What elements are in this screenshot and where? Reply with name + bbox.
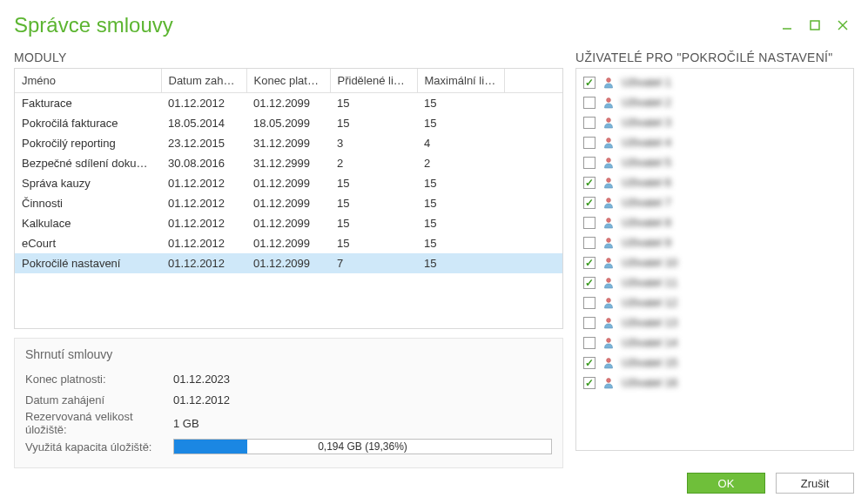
storage-progress: 0,194 GB (19,36%) [173, 439, 552, 454]
table-row[interactable]: eCourt01.12.201201.12.20991515 [15, 233, 562, 253]
user-name: Uživatel 7 [622, 196, 671, 209]
user-row[interactable]: Uživatel 7 [582, 192, 848, 212]
table-row[interactable]: Fakturace01.12.201201.12.20991515 [15, 93, 562, 114]
cancel-button[interactable]: Zrušit [776, 473, 854, 494]
user-name: Uživatel 6 [622, 176, 671, 189]
table-row[interactable]: Bezpečné sdílení dokumentů30.08.201631.1… [15, 153, 562, 173]
svg-point-18 [607, 358, 611, 362]
person-icon [602, 217, 615, 229]
user-checkbox[interactable] [583, 277, 595, 289]
cell-end: 01.12.2099 [246, 93, 330, 114]
user-checkbox[interactable] [583, 77, 595, 89]
user-row[interactable]: Uživatel 15 [582, 353, 848, 373]
col-assigned[interactable]: Přidělené licence [330, 69, 417, 93]
person-icon [602, 197, 615, 209]
user-row[interactable]: Uživatel 10 [582, 252, 848, 272]
table-row[interactable]: Činnosti01.12.201201.12.20991515 [15, 193, 562, 213]
cell-start: 01.12.2012 [161, 93, 246, 114]
cell-assigned: 15 [330, 193, 417, 213]
col-end[interactable]: Konec platnosti [246, 69, 330, 93]
table-row[interactable]: Pokročilé nastavení01.12.201201.12.20997… [15, 253, 562, 273]
user-checkbox[interactable] [583, 137, 595, 149]
user-name: Uživatel 10 [622, 256, 677, 269]
svg-rect-1 [811, 21, 819, 30]
user-checkbox[interactable] [583, 197, 595, 209]
cell-name: Pokročilá fakturace [15, 113, 161, 133]
summary-end-label: Konec platnosti: [25, 373, 173, 386]
user-row[interactable]: Uživatel 13 [582, 312, 848, 333]
cell-max: 4 [417, 133, 504, 153]
svg-point-8 [607, 158, 611, 162]
user-checkbox[interactable] [583, 377, 595, 389]
cell-name: Správa kauzy [15, 173, 161, 193]
window-controls [781, 19, 854, 31]
svg-point-17 [607, 338, 611, 342]
users-header: UŽIVATELÉ PRO "POKROČILÉ NASTAVENÍ" [575, 50, 854, 64]
col-start[interactable]: Datum zahájení [161, 69, 246, 93]
user-checkbox[interactable] [583, 357, 595, 369]
person-icon [602, 157, 615, 169]
col-name[interactable]: Jméno [15, 69, 161, 93]
person-icon [602, 277, 615, 289]
cell-assigned: 2 [330, 153, 417, 173]
user-name: Uživatel 11 [622, 276, 677, 289]
svg-point-19 [607, 378, 611, 382]
user-checkbox[interactable] [583, 157, 595, 169]
cell-name: Fakturace [15, 93, 161, 114]
cell-spacer [504, 193, 562, 213]
user-row[interactable]: Uživatel 4 [582, 132, 848, 152]
minimize-button[interactable] [781, 19, 793, 31]
col-max[interactable]: Maximální licence [417, 69, 504, 93]
ok-button[interactable]: OK [687, 473, 765, 494]
cell-max: 15 [417, 213, 504, 233]
cell-start: 01.12.2012 [161, 233, 246, 253]
table-row[interactable]: Pokročilá fakturace18.05.201418.05.20991… [15, 113, 562, 133]
user-row[interactable]: Uživatel 3 [582, 112, 848, 132]
user-row[interactable]: Uživatel 11 [582, 272, 848, 292]
cell-start: 01.12.2012 [161, 173, 246, 193]
table-row[interactable]: Kalkulace01.12.201201.12.20991515 [15, 213, 562, 233]
user-row[interactable]: Uživatel 5 [582, 152, 848, 172]
cell-name: Pokročilé nastavení [15, 253, 161, 273]
table-row[interactable]: Správa kauzy01.12.201201.12.20991515 [15, 173, 562, 193]
user-checkbox[interactable] [583, 317, 595, 329]
user-row[interactable]: Uživatel 9 [582, 232, 848, 252]
user-checkbox[interactable] [583, 217, 595, 229]
users-panel: Uživatel 1Uživatel 2Uživatel 3Uživatel 4… [575, 68, 854, 451]
summary-reserved-value: 1 GB [173, 417, 199, 430]
svg-point-15 [607, 298, 611, 302]
table-row[interactable]: Pokročilý reporting23.12.201531.12.20993… [15, 133, 562, 153]
summary-end-value: 01.12.2023 [173, 373, 230, 386]
user-row[interactable]: Uživatel 16 [582, 373, 848, 393]
user-name: Uživatel 3 [622, 116, 671, 129]
user-checkbox[interactable] [583, 257, 595, 269]
cell-spacer [504, 173, 562, 193]
user-row[interactable]: Uživatel 2 [582, 92, 848, 112]
user-row[interactable]: Uživatel 8 [582, 212, 848, 232]
person-icon [602, 337, 615, 349]
user-name: Uživatel 2 [622, 96, 671, 109]
user-row[interactable]: Uživatel 14 [582, 333, 848, 353]
user-checkbox[interactable] [583, 177, 595, 189]
close-button[interactable] [837, 19, 849, 31]
cell-end: 18.05.2099 [246, 113, 330, 133]
cell-name: Pokročilý reporting [15, 133, 161, 153]
user-row[interactable]: Uživatel 1 [582, 72, 848, 92]
user-checkbox[interactable] [583, 117, 595, 129]
cell-spacer [504, 133, 562, 153]
person-icon [602, 297, 615, 309]
user-name: Uživatel 8 [622, 216, 671, 229]
user-checkbox[interactable] [583, 337, 595, 349]
summary-start-value: 01.12.2012 [173, 393, 230, 407]
user-checkbox[interactable] [583, 97, 595, 109]
cell-max: 15 [417, 233, 504, 253]
user-name: Uživatel 14 [622, 336, 677, 349]
maximize-button[interactable] [809, 19, 821, 31]
cell-assigned: 7 [330, 253, 417, 273]
user-row[interactable]: Uživatel 12 [582, 292, 848, 312]
modules-table[interactable]: Jméno Datum zahájení Konec platnosti Při… [15, 69, 562, 273]
user-checkbox[interactable] [583, 237, 595, 249]
user-checkbox[interactable] [583, 297, 595, 309]
window-title: Správce smlouvy [14, 13, 173, 37]
user-row[interactable]: Uživatel 6 [582, 172, 848, 192]
